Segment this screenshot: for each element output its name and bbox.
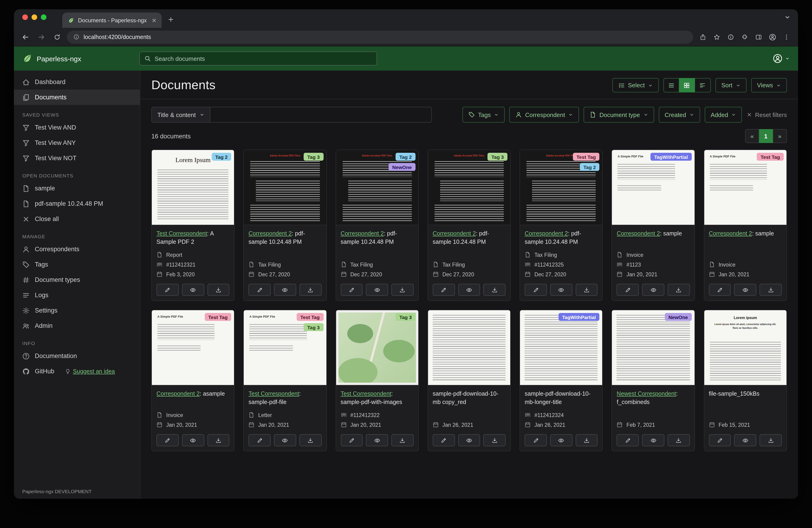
tag-badge[interactable]: Tag 2 [395,153,415,161]
document-title-link[interactable]: Correspondent 2: pdf-sample 10.24.48 PM [433,230,506,246]
edit-button[interactable] [249,434,271,446]
close-tab-icon[interactable] [151,17,157,23]
document-title-link[interactable]: Correspondent 2: asample [157,390,230,398]
correspondent-link[interactable]: Correspondent 2 [433,230,476,237]
tag-badge[interactable]: NewOne [665,313,692,321]
tab-search-button[interactable] [784,9,791,25]
correspondent-link[interactable]: Test Correspondent [157,230,207,237]
document-thumbnail[interactable]: Lorem ipsumLorem ipsum dolor sit amet, c… [704,310,786,385]
search-input[interactable] [155,55,372,62]
tag-badge[interactable]: Tag 3 [304,323,323,331]
document-thumbnail[interactable]: Adobe Acrobat PDF Files Tag 3 [428,150,510,225]
edit-button[interactable] [433,284,455,296]
download-button[interactable] [576,434,598,446]
document-title-link[interactable]: Test Correspondent: sample-pdf-with-imag… [340,390,414,406]
document-title-link[interactable]: Test Correspondent: sample-pdf-file [249,390,322,406]
sidebar-item-settings[interactable]: Settings [14,303,140,318]
document-title-link[interactable]: Correspondent 2: pdf-sample 10.24.48 PM [249,230,322,246]
sidebar-item-dashboard[interactable]: Dashboard [14,74,140,90]
tag-badge[interactable]: Tag 3 [395,313,415,321]
extensions-button[interactable] [739,31,751,43]
tag-badge[interactable]: TagWithPartial [650,153,692,161]
edit-button[interactable] [617,284,639,296]
view-button[interactable] [734,284,756,296]
edit-button[interactable] [525,284,547,296]
view-button[interactable] [734,434,756,446]
document-title-link[interactable]: sample-pdf-download-10-mb copy_red [433,390,506,406]
document-thumbnail[interactable] [428,310,510,385]
correspondent-link[interactable]: Correspondent 2 [525,230,568,237]
view-button[interactable] [182,434,204,446]
document-thumbnail[interactable]: Adobe Acrobat PDF Files Tag 3 [244,150,327,225]
document-thumbnail[interactable]: A Simple PDF File TagWithPartial [612,150,695,225]
download-button[interactable] [391,434,414,446]
list-view-button[interactable] [663,78,679,92]
tag-badge[interactable]: Test Tag [204,313,231,321]
sidebar-item-documents[interactable]: Documents [14,90,140,105]
bookmark-button[interactable] [711,31,723,43]
site-info-icon[interactable] [73,34,79,40]
tag-badge[interactable]: NewOne [389,163,416,171]
sidebar-item-tags[interactable]: Tags [14,257,140,272]
new-tab-button[interactable] [164,13,177,26]
download-button[interactable] [207,284,230,296]
correspondent-link[interactable]: Newest Correspondent [617,390,676,397]
browser-tab[interactable]: Documents - Paperless-ngx [62,13,162,28]
sidebar-item-document-types[interactable]: Document types [14,272,140,287]
view-button[interactable] [366,434,388,446]
download-button[interactable] [207,434,230,446]
sidebar-open-document[interactable]: sample [14,181,140,196]
tag-badge[interactable]: Tag 3 [488,153,507,161]
sidebar-item-logs[interactable]: Logs [14,287,140,303]
page-number-button[interactable]: 1 [759,129,773,143]
download-button[interactable] [391,284,414,296]
document-thumbnail[interactable]: A Simple PDF File Test Tag [704,150,786,225]
tag-badge[interactable]: Tag 2 [580,163,599,171]
tag-badge[interactable]: Test Tag [757,153,784,161]
sidebar-saved-view[interactable]: Test View AND [14,120,140,135]
back-button[interactable] [19,31,32,43]
edit-button[interactable] [617,434,639,446]
download-button[interactable] [576,284,598,296]
document-thumbnail[interactable]: Tag 3 [336,310,418,385]
edit-button[interactable] [249,284,271,296]
correspondent-link[interactable]: Test Correspondent [249,390,299,397]
reload-button[interactable] [51,31,63,43]
view-button[interactable] [550,434,572,446]
correspondent-link[interactable]: Correspondent 2 [709,230,752,237]
tag-badge[interactable]: Test Tag [297,313,323,321]
browser-profile-button[interactable] [767,31,779,43]
next-page-button[interactable]: » [773,129,787,143]
document-title-link[interactable]: sample-pdf-download-10-mb-longer-title [525,390,598,406]
tag-badge[interactable]: Tag 3 [304,153,323,161]
title-content-dropdown[interactable]: Title & content [151,107,210,123]
download-button[interactable] [483,284,506,296]
tags-filter-button[interactable]: Tags [462,107,505,123]
sidebar-item-documentation[interactable]: Documentation [14,348,140,363]
added-filter-button[interactable]: Added [705,107,742,123]
download-button[interactable] [300,284,322,296]
sidebar-open-document[interactable]: pdf-sample 10.24.48 PM [14,196,140,211]
correspondent-link[interactable]: Correspondent 2 [340,230,384,237]
sidebar-item-admin[interactable]: Admin [14,318,140,333]
view-button[interactable] [642,284,664,296]
select-button[interactable]: Select [612,78,658,92]
edit-button[interactable] [340,284,363,296]
share-button[interactable] [697,31,709,43]
sidebar-close-all[interactable]: Close all [14,211,140,227]
download-button[interactable] [759,284,782,296]
tag-badge[interactable]: Tag 2 [212,153,231,161]
correspondent-filter-button[interactable]: Correspondent [509,107,579,123]
detail-view-button[interactable] [695,78,711,92]
document-thumbnail[interactable]: Lorem Ipsum Tag 2 [152,150,234,225]
zoom-window-button[interactable] [41,14,46,20]
correspondent-link[interactable]: Correspondent 2 [617,230,660,237]
document-title-link[interactable]: Newest Correspondent: f_combineds [617,390,690,406]
correspondent-link[interactable]: Correspondent 2 [249,230,292,237]
edit-button[interactable] [340,434,363,446]
document-thumbnail[interactable]: Adobe Acrobat PDF Files Test TagTag 2 [520,150,603,225]
view-button[interactable] [274,434,296,446]
document-thumbnail[interactable]: NewOne [612,310,695,385]
correspondent-link[interactable]: Test Correspondent [340,390,391,397]
document-thumbnail[interactable]: A Simple PDF File Test TagTag 3 [244,310,327,385]
